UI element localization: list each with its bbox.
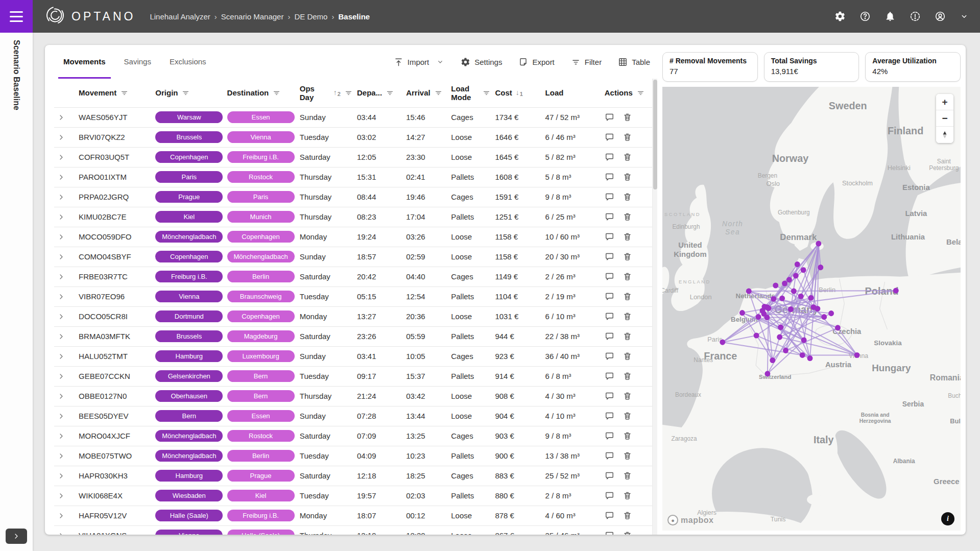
table-row[interactable]: HALU052TMTHamburgLuxembourgSunday03:4110… <box>54 346 652 366</box>
comment-icon[interactable] <box>605 391 614 401</box>
table-row[interactable]: WAES056YJTWarsawEssenSunday03:4415:46Cag… <box>54 107 652 127</box>
table-row[interactable]: DOCO05CR8IDortmundCopenhagenMonday13:272… <box>54 306 652 326</box>
comment-icon[interactable] <box>605 331 614 341</box>
comment-icon[interactable] <box>605 112 614 122</box>
trash-icon[interactable] <box>623 471 632 481</box>
row-expand-chevron-icon[interactable] <box>56 471 66 481</box>
comment-icon[interactable] <box>605 172 614 182</box>
row-expand-chevron-icon[interactable] <box>56 192 66 202</box>
row-expand-chevron-icon[interactable] <box>56 451 66 461</box>
trash-icon[interactable] <box>623 312 632 321</box>
comment-icon[interactable] <box>605 371 614 381</box>
comment-icon[interactable] <box>605 531 614 535</box>
row-expand-chevron-icon[interactable] <box>56 411 66 421</box>
trash-icon[interactable] <box>623 371 632 381</box>
network-node[interactable] <box>720 340 725 345</box>
mapbox-logo[interactable]: ● mapbox <box>667 515 713 525</box>
breadcrumb-item[interactable]: Linehaul Analyzer <box>150 12 210 21</box>
row-expand-chevron-icon[interactable] <box>56 252 66 262</box>
network-node[interactable] <box>771 296 776 302</box>
network-node[interactable] <box>828 310 834 316</box>
column-filter-icon[interactable] <box>272 88 281 97</box>
trash-icon[interactable] <box>623 511 632 520</box>
comment-icon[interactable] <box>605 411 614 421</box>
rail-expand-button[interactable] <box>6 529 27 544</box>
network-node[interactable] <box>777 334 782 340</box>
network-node[interactable] <box>815 306 820 312</box>
trash-icon[interactable] <box>623 391 632 401</box>
network-node[interactable] <box>739 310 745 316</box>
table-scrollbar-thumb[interactable] <box>653 80 657 189</box>
comment-icon[interactable] <box>605 312 614 321</box>
network-node[interactable] <box>808 295 814 301</box>
trash-icon[interactable] <box>623 331 632 341</box>
comment-icon[interactable] <box>605 471 614 481</box>
comment-icon[interactable] <box>605 451 614 461</box>
trash-icon[interactable] <box>623 172 632 182</box>
network-map[interactable]: SwedenFinlandNorwayBergenOsloHelsinkiSai… <box>662 87 961 531</box>
table-row[interactable]: MORO04XJCFMönchengladbachRostockSaturday… <box>54 426 652 446</box>
network-node[interactable] <box>786 277 792 282</box>
row-expand-chevron-icon[interactable] <box>56 511 66 521</box>
table-row[interactable]: VIHA01XGNSViennaHalle (Saale)Thursday12:… <box>54 525 652 535</box>
trash-icon[interactable] <box>623 112 632 122</box>
row-expand-chevron-icon[interactable] <box>56 312 66 322</box>
trash-icon[interactable] <box>623 132 632 142</box>
tab-exclusions[interactable]: Exclusions <box>160 45 216 79</box>
network-node[interactable] <box>818 265 823 270</box>
table-row[interactable]: BEES05DYEVBernEssenSunday07:2813:44Loose… <box>54 406 652 426</box>
column-filter-icon[interactable] <box>344 88 353 97</box>
table-row[interactable]: PRPA02JGRQPragueParisThursday08:4419:46C… <box>54 187 652 207</box>
settings-button[interactable]: Settings <box>461 57 502 67</box>
row-expand-chevron-icon[interactable] <box>56 232 66 242</box>
row-expand-chevron-icon[interactable] <box>56 431 66 441</box>
network-node[interactable] <box>801 267 806 273</box>
network-node[interactable] <box>801 338 807 343</box>
import-button[interactable]: Import <box>394 57 429 67</box>
network-node[interactable] <box>773 282 778 288</box>
network-node[interactable] <box>746 289 752 294</box>
network-node[interactable] <box>766 305 771 311</box>
chevron-down-icon[interactable] <box>960 12 969 21</box>
trash-icon[interactable] <box>623 192 632 202</box>
row-expand-chevron-icon[interactable] <box>56 152 66 162</box>
map-zoom-out-button[interactable]: − <box>936 110 953 127</box>
trash-icon[interactable] <box>623 431 632 441</box>
row-expand-chevron-icon[interactable] <box>56 331 66 342</box>
network-node[interactable] <box>798 294 804 299</box>
comment-icon[interactable] <box>605 491 614 500</box>
settings-gear-icon[interactable] <box>834 11 846 22</box>
table-row[interactable]: HAPR030KH3HamburgPragueSaturday12:1818:2… <box>54 466 652 486</box>
breadcrumb-item[interactable]: DE Demo <box>294 12 327 21</box>
row-expand-chevron-icon[interactable] <box>56 531 66 535</box>
network-node[interactable] <box>756 314 761 320</box>
comment-icon[interactable] <box>605 351 614 361</box>
trash-icon[interactable] <box>623 451 632 461</box>
column-filter-icon[interactable] <box>636 88 645 97</box>
network-node[interactable] <box>761 311 767 317</box>
network-node[interactable] <box>795 261 800 267</box>
network-node[interactable] <box>791 289 797 294</box>
network-node[interactable] <box>770 357 775 363</box>
trash-icon[interactable] <box>623 272 632 281</box>
notifications-bell-icon[interactable] <box>885 11 896 22</box>
trash-icon[interactable] <box>623 531 632 535</box>
network-node[interactable] <box>779 296 785 301</box>
network-node[interactable] <box>800 352 805 358</box>
tab-movements[interactable]: Movements <box>54 45 115 79</box>
comment-icon[interactable] <box>605 292 614 301</box>
trash-icon[interactable] <box>623 232 632 242</box>
row-expand-chevron-icon[interactable] <box>56 292 66 302</box>
table-row[interactable]: BRVI07QKZ2BrusselsViennaTuesday03:0214:2… <box>54 127 652 147</box>
help-icon[interactable] <box>859 11 871 22</box>
table-button[interactable]: Table <box>618 57 650 67</box>
network-node[interactable] <box>782 280 787 286</box>
alert-circle-icon[interactable] <box>910 11 921 22</box>
row-expand-chevron-icon[interactable] <box>56 491 66 501</box>
network-node[interactable] <box>854 352 860 358</box>
row-expand-chevron-icon[interactable] <box>56 172 66 182</box>
trash-icon[interactable] <box>623 212 632 222</box>
network-node[interactable] <box>816 241 821 247</box>
table-row[interactable]: GEBE07CCKNGelsenkirchenBernTuesday09:171… <box>54 366 652 386</box>
map-compass-button[interactable] <box>936 127 953 143</box>
